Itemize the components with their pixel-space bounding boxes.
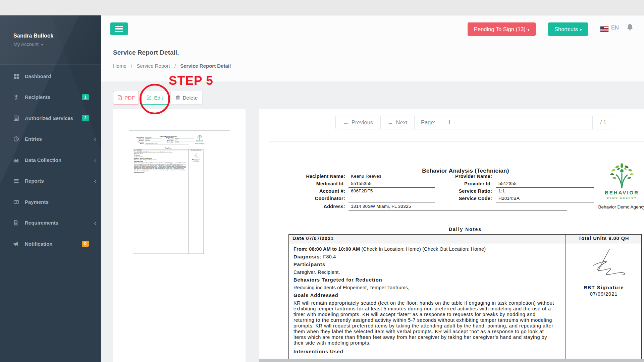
sidebar-item-reports[interactable]: Reports ‹ — [0, 171, 101, 192]
next-page-button[interactable]: → Next — [381, 116, 415, 129]
breadcrumb-service-report[interactable]: Service Report — [137, 63, 170, 69]
goals-text: KR will remain appropriately seated (fee… — [293, 300, 556, 346]
notification-bell-icon[interactable] — [626, 23, 634, 32]
sidebar-item-entries[interactable]: Entries ‹ — [0, 129, 101, 150]
person-icon — [13, 94, 19, 100]
breadcrumb-separator: / — [131, 63, 132, 69]
logo-name-text: BEHAVIOR — [593, 190, 644, 195]
sidebar-item-requirements[interactable]: Requirements ‹ — [0, 213, 101, 234]
field-value: 5512355 — [496, 181, 594, 188]
field-label: Coordinator: — [283, 196, 345, 201]
area-chart-icon — [13, 157, 19, 163]
pdf-button[interactable]: PDF — [113, 91, 139, 105]
signature-label: RBT Signature — [566, 285, 641, 290]
money-bill-icon — [13, 199, 19, 205]
daily-notes-body-row: From: 08:00 AM to 10:00 AM (Check In Loc… — [289, 243, 641, 362]
sidebar-item-label: Requirements — [25, 220, 58, 226]
shortcuts-button[interactable]: Shortcuts▾ — [548, 22, 588, 36]
field-value: H2014:BA — [496, 196, 594, 202]
diagnosis-value: F80.4 — [322, 254, 336, 259]
interventions-header: Interventions Used — [293, 348, 556, 356]
pending-to-sign-button[interactable]: Pending To Sign (13)▾ — [468, 22, 536, 36]
list-bars-icon — [13, 178, 19, 184]
page-number-input[interactable] — [442, 116, 592, 129]
trash-icon — [175, 95, 180, 100]
sidebar-item-label: Data Collection — [25, 157, 61, 163]
clock-icon — [13, 136, 19, 142]
app-root: Sandra Bullock My Account ▾ Dashboard Re… — [0, 0, 644, 362]
from-time-text: From: 08:00 AM to 10:00 AM — [293, 246, 360, 252]
edit-pencil-icon — [147, 95, 152, 100]
field-label: Medicaid Id: — [283, 181, 345, 186]
sidebar-item-payments[interactable]: Payments — [0, 191, 101, 213]
sidebar: Sandra Bullock My Account ▾ Dashboard Re… — [0, 15, 101, 362]
signature-scribble — [579, 248, 629, 282]
behaviors-header: Behaviors Targeted for Reduction — [293, 276, 556, 284]
breadcrumb-separator: / — [174, 63, 176, 69]
sidebar-item-authorized-services[interactable]: Authorized Services 2 — [0, 108, 101, 129]
diagnosis-label: Diagnosis: — [293, 254, 322, 259]
breadcrumb: Home / Service Report / Service Report D… — [113, 63, 231, 69]
field-label: Provider Id: — [414, 181, 492, 186]
sidebar-item-data-collection[interactable]: Data Collection ‹ — [0, 149, 101, 171]
user-name: Sandra Bullock — [13, 33, 101, 39]
horizontal-scrollbar[interactable] — [259, 359, 644, 362]
breadcrumb-home[interactable]: Home — [113, 63, 126, 69]
daily-notes-header-row: Date 07/07/2021 Total Units 8.00 QH — [289, 235, 641, 243]
sidebar-item-label: Entries — [25, 136, 42, 142]
step-annotation: STEP 5 — [169, 74, 213, 88]
daily-notes-content: From: 08:00 AM to 10:00 AM (Check In Loc… — [289, 243, 566, 362]
field-label: Recipient Name: — [283, 174, 345, 179]
arrow-left-icon: ← — [343, 119, 349, 126]
us-flag-canton — [600, 26, 604, 29]
total-units-header: Total Units 8.00 QH — [566, 235, 641, 243]
chevron-left-icon: ‹ — [94, 220, 96, 226]
hamburger-icon — [115, 26, 123, 27]
sidebar-item-label: Reports — [25, 178, 44, 184]
notification-count-badge: 0 — [82, 241, 89, 247]
field-label: Service Ratio: — [414, 188, 492, 194]
daily-notes-title: Daily Notes — [370, 227, 560, 232]
my-account-dropdown[interactable]: My Account ▾ — [13, 42, 101, 47]
document-title: Behavior Analysis (Technician) — [393, 168, 538, 174]
page-title: Service Report Detail. — [113, 49, 179, 56]
recipients-count-badge: 1 — [82, 94, 89, 100]
sidebar-item-label: Authorized Services — [25, 115, 73, 121]
sidebar-item-label: Dashboard — [25, 73, 51, 79]
page-label: Page: — [415, 116, 442, 129]
agency-logo: BEHAVIOR DEMO AGENCY Behavior Demo Agenc… — [593, 162, 644, 209]
user-panel: Sandra Bullock My Account ▾ — [0, 15, 101, 65]
sidebar-toggle-button[interactable] — [110, 22, 128, 35]
field-label: Service Code: — [414, 196, 492, 201]
previous-page-button[interactable]: ← Previous — [336, 116, 381, 129]
caret-down-icon: ▾ — [580, 28, 582, 32]
chevron-left-icon: ‹ — [94, 178, 96, 184]
edit-button[interactable]: Edit — [141, 91, 168, 105]
sidebar-item-label: Notification — [25, 241, 53, 247]
sidebar-item-notification[interactable]: Notification 0 — [0, 233, 101, 254]
sidebar-item-dashboard[interactable]: Dashboard — [0, 66, 101, 87]
participants-header: Participants — [293, 261, 556, 268]
us-flag-icon[interactable] — [600, 26, 608, 32]
language-selector[interactable]: EN — [611, 24, 619, 31]
caret-down-icon: ▾ — [41, 43, 43, 47]
behaviors-value: Reducing incidents of Elopement, Temper … — [293, 284, 556, 292]
field-label: Account #: — [283, 188, 345, 194]
breadcrumb-current: Service Report Detail — [180, 63, 231, 69]
dashboard-grid-icon — [13, 73, 19, 79]
sidebar-item-recipients[interactable]: Recipients 1 — [0, 87, 101, 108]
sidebar-item-label: Recipients — [25, 94, 50, 100]
file-text-icon — [13, 220, 19, 226]
delete-button[interactable]: Delete — [170, 91, 203, 105]
field-value — [496, 174, 594, 180]
top-gray-strip — [0, 0, 644, 15]
logo-subtitle-text: DEMO AGENCY — [593, 196, 644, 199]
daily-notes-table: Date 07/07/2021 Total Units 8.00 QH From… — [288, 234, 642, 362]
my-account-label: My Account — [13, 42, 39, 47]
thumbnail-page[interactable]: Behavior Analysis (Technician) Recipient… — [129, 130, 230, 259]
document-viewer-panel: ← Previous → Next Page: / 1 Behavior Ana… — [259, 109, 644, 362]
sidebar-menu: Dashboard Recipients 1 Authorized Servic… — [0, 66, 101, 254]
sidebar-item-label: Payments — [25, 199, 49, 205]
goals-header: Goals Addressed — [293, 292, 556, 299]
tree-logo-icon — [610, 162, 634, 189]
